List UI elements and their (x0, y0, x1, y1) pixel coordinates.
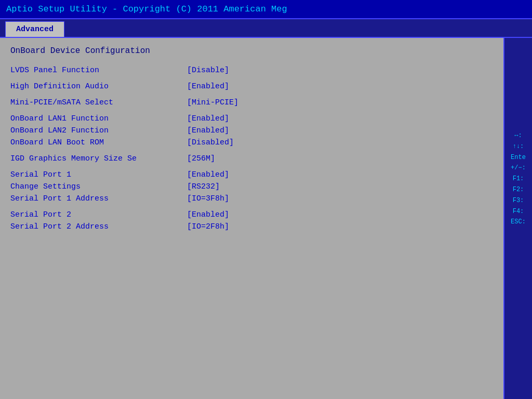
right-sidebar: ↔: ↑↓: Ente +/−: F1: F2: F3: F4: ESC: (503, 38, 532, 399)
config-label: OnBoard LAN2 Function (10, 126, 187, 135)
config-value: [Enabled] (187, 126, 229, 135)
sidebar-key-navigate: ↔: (514, 131, 522, 140)
config-value: [Enabled] (187, 210, 229, 219)
config-row[interactable]: Mini-PCIE/mSATA Select[Mini-PCIE] (10, 98, 493, 107)
config-label: Serial Port 1 (10, 170, 187, 179)
config-label: LVDS Panel Function (10, 66, 187, 75)
content-area: OnBoard Device Configuration LVDS Panel … (0, 38, 503, 399)
rows-container: LVDS Panel Function[Disable]High Definit… (10, 66, 493, 231)
config-row[interactable]: Serial Port 1[Enabled] (10, 170, 493, 179)
config-row[interactable]: Change Settings[RS232] (10, 182, 493, 191)
main-layout: OnBoard Device Configuration LVDS Panel … (0, 38, 532, 399)
sidebar-key-f4: F4: (513, 207, 524, 216)
sidebar-key-updown: ↑↓: (513, 142, 524, 151)
config-label: Serial Port 2 (10, 210, 187, 219)
config-label: IGD Graphics Memory Size Se (10, 154, 187, 163)
config-label: High Definition Audio (10, 82, 187, 91)
config-row[interactable]: OnBoard LAN1 Function[Enabled] (10, 114, 493, 123)
tab-advanced[interactable]: Advanced (5, 21, 64, 37)
sidebar-key-f2: F2: (513, 185, 524, 194)
sidebar-key-enter: Ente (511, 153, 526, 162)
page-heading: OnBoard Device Configuration (10, 46, 493, 56)
sidebar-key-esc: ESC: (511, 218, 526, 227)
config-row[interactable]: OnBoard LAN Boot ROM[Disabled] (10, 138, 493, 147)
config-row[interactable]: IGD Graphics Memory Size Se[256M] (10, 154, 493, 163)
sidebar-key-plusminus: +/−: (511, 164, 526, 172)
config-row[interactable]: High Definition Audio[Enabled] (10, 82, 493, 91)
config-value: [IO=2F8h] (187, 222, 229, 231)
title-bar: Aptio Setup Utility - Copyright (C) 2011… (0, 0, 532, 19)
config-value: [IO=3F8h] (187, 194, 229, 203)
config-row[interactable]: OnBoard LAN2 Function[Enabled] (10, 126, 493, 135)
config-value: [Enabled] (187, 170, 229, 179)
config-value: [Enabled] (187, 114, 229, 123)
title-text: Aptio Setup Utility - Copyright (C) 2011… (6, 4, 287, 14)
config-label: Change Settings (10, 182, 187, 191)
config-row[interactable]: LVDS Panel Function[Disable] (10, 66, 493, 75)
config-label: Serial Port 1 Address (10, 194, 187, 203)
config-label: OnBoard LAN Boot ROM (10, 138, 187, 147)
config-value: [Disable] (187, 66, 229, 75)
config-row[interactable]: Serial Port 2 Address[IO=2F8h] (10, 222, 493, 231)
config-value: [Enabled] (187, 82, 229, 91)
config-row[interactable]: Serial Port 1 Address[IO=3F8h] (10, 194, 493, 203)
config-value: [Mini-PCIE] (187, 98, 238, 107)
config-label: Serial Port 2 Address (10, 222, 187, 231)
config-value: [256M] (187, 154, 215, 163)
sidebar-key-f3: F3: (513, 196, 524, 205)
config-row[interactable]: Serial Port 2[Enabled] (10, 210, 493, 219)
tab-row: Advanced (0, 19, 532, 38)
config-value: [Disabled] (187, 138, 234, 147)
sidebar-key-f1: F1: (513, 175, 524, 183)
config-label: OnBoard LAN1 Function (10, 114, 187, 123)
config-value: [RS232] (187, 182, 220, 191)
config-label: Mini-PCIE/mSATA Select (10, 98, 187, 107)
